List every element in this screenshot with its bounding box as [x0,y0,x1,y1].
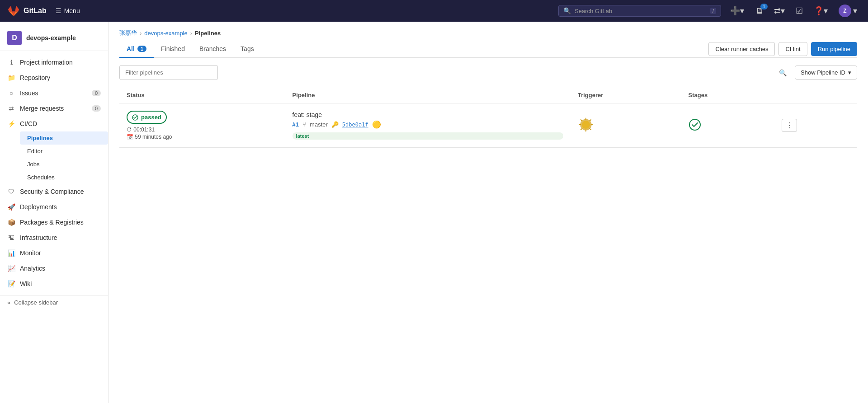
run-pipeline-button[interactable]: Run pipeline [811,42,857,56]
sidebar-sub-item-schedules[interactable]: Schedules [20,171,108,184]
pipeline-more-button[interactable]: ⋮ [782,119,797,132]
info-icon: ℹ [7,58,15,66]
issues-button[interactable]: 🖥 1 [751,5,767,18]
project-avatar: D [7,31,22,45]
sidebar-item-deployments[interactable]: 🚀 Deployments [0,199,108,215]
sidebar-item-label: Monitor [20,249,41,257]
monitor-icon: 📊 [7,249,15,257]
sidebar-cicd-sub: Pipelines Editor Jobs Schedules [0,131,108,184]
sidebar-item-label: Packages & Registries [20,219,84,226]
tab-all-count: 1 [137,46,146,52]
pipeline-id-link[interactable]: #1 [292,121,299,128]
commit-avatar: 🟡 [372,120,381,129]
pipeline-table: Status Pipeline Triggerer Stages [119,87,857,148]
svg-point-2 [582,121,590,129]
sidebar-item-analytics[interactable]: 📈 Analytics [0,261,108,276]
check-icon: ☑ [796,6,803,16]
top-navigation: GitLab ☰ Menu 🔍 / ➕ ▾ 🖥 1 ⇄ ▾ ☑ ❓ ▾ Z [0,0,868,22]
sidebar-item-project-info[interactable]: ℹ Project information [0,55,108,70]
svg-line-7 [580,119,582,121]
tabs-actions: Clear runner caches CI lint Run pipeline [708,42,857,56]
breadcrumb-current: Pipelines [195,30,221,37]
pipeline-status-cell: passed ⏱ 00:01:31 📅 59 minutes ago [119,103,285,148]
tab-finished[interactable]: Finished [154,41,192,58]
show-pipeline-id-button[interactable]: Show Pipeline ID ▾ [795,66,857,80]
shield-icon: 🛡 [7,187,15,196]
wiki-icon: 📝 [7,280,15,288]
chevron-down-icon: ▾ [781,6,785,16]
branch-name: master [310,121,328,128]
ci-lint-button[interactable]: CI lint [778,42,807,56]
help-button[interactable]: ❓ ▾ [810,4,831,18]
search-input[interactable] [575,8,707,14]
filter-input-wrap: 🔍 [119,65,791,80]
sidebar-sub-item-jobs[interactable]: Jobs [20,158,108,171]
svg-line-9 [590,119,591,121]
sidebar-item-monitor[interactable]: 📊 Monitor [0,245,108,261]
table-row: passed ⏱ 00:01:31 📅 59 minutes ago feat:… [119,103,857,148]
sidebar-item-security[interactable]: 🛡 Security & Compliance [0,184,108,199]
breadcrumb-link-user[interactable]: 张嘉华 [119,29,137,37]
sidebar-item-cicd[interactable]: ⚡ CI/CD [0,116,108,131]
breadcrumb-sep-1: › [140,30,142,37]
sidebar: D devops-example ℹ Project information 📁… [0,22,108,403]
th-status: Status [119,87,285,103]
filter-input[interactable] [119,65,218,80]
sidebar-item-wiki[interactable]: 📝 Wiki [0,276,108,291]
merge-requests-button[interactable]: ⇄ ▾ [770,4,788,18]
tab-branches[interactable]: Branches [192,41,233,58]
nav-icons: ➕ ▾ 🖥 1 ⇄ ▾ ☑ ❓ ▾ Z ▾ [726,3,861,19]
pipeline-info-cell: feat: stage #1 ⑂ master 🔑 5dbe0a1f 🟡 lat [285,103,571,148]
sidebar-item-label: Repository [20,74,50,81]
pipeline-meta: #1 ⑂ master 🔑 5dbe0a1f 🟡 [292,120,563,129]
breadcrumb-sep-2: › [190,30,192,37]
package-icon: 📦 [7,218,15,226]
layout: D devops-example ℹ Project information 📁… [0,22,868,403]
todo-button[interactable]: ☑ [792,4,807,18]
collapse-icon: « [7,299,10,306]
pipeline-info: feat: stage #1 ⑂ master 🔑 5dbe0a1f 🟡 lat [292,111,563,140]
analytics-icon: 📈 [7,264,15,272]
sidebar-item-label: Wiki [20,280,32,287]
pipeline-title: feat: stage [292,111,563,118]
sidebar-item-label: Deployments [20,203,57,211]
chevron-down-icon: ▾ [848,69,851,76]
sidebar-item-repository[interactable]: 📁 Repository [0,70,108,85]
sidebar-collapse-button[interactable]: « Collapse sidebar [0,295,108,309]
sidebar-item-infrastructure[interactable]: 🏗 Infrastructure [0,230,108,245]
sidebar-section: ℹ Project information 📁 Repository ○ Iss… [0,55,108,291]
clear-caches-button[interactable]: Clear runner caches [708,42,775,56]
check-circle-icon [132,114,138,121]
merge-icon: ⇄ [7,104,15,112]
branch-icon: ⑂ [302,121,306,128]
infra-icon: 🏗 [7,234,15,242]
search-shortcut: / [710,8,716,14]
stages-passed-icon [689,118,701,131]
user-menu-button[interactable]: Z ▾ [835,3,861,19]
commit-hash-link[interactable]: 5dbe0a1f [342,122,368,128]
create-button[interactable]: ➕ ▾ [726,4,748,18]
page-content: All 1 Finished Branches Tags Clear runne… [108,41,868,159]
tab-all[interactable]: All 1 [119,41,154,58]
mr-count: 0 [92,105,101,112]
breadcrumb: 张嘉华 › devops-example › Pipelines [108,22,868,41]
merge-icon: ⇄ [774,6,781,16]
svg-line-10 [580,128,582,130]
menu-icon: ☰ [56,7,61,14]
sidebar-sub-item-pipelines[interactable]: Pipelines [20,131,108,145]
sidebar-item-merge-requests[interactable]: ⇄ Merge requests 0 [0,101,108,116]
sidebar-item-issues[interactable]: ○ Issues 0 [0,85,108,101]
sidebar-item-packages[interactable]: 📦 Packages & Registries [0,215,108,230]
key-icon: 🔑 [331,121,339,128]
gitlab-logo[interactable]: GitLab [7,5,47,17]
th-pipeline: Pipeline [285,87,571,103]
menu-button[interactable]: ☰ Menu [52,5,84,16]
th-actions [774,87,857,103]
sidebar-item-label: Project information [20,59,73,66]
tab-tags[interactable]: Tags [233,41,261,58]
th-triggerer: Triggerer [571,87,681,103]
avatar: Z [839,5,851,17]
breadcrumb-link-project[interactable]: devops-example [144,30,187,37]
pipeline-time-info: ⏱ 00:01:31 📅 59 minutes ago [127,127,278,140]
sidebar-sub-item-editor[interactable]: Editor [20,145,108,158]
